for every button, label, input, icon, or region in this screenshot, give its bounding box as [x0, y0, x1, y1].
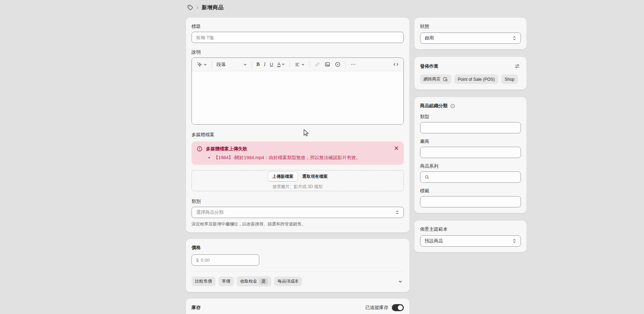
error-list: 【1984】-關於1984.mp4：由於檔案類型無效，所以無法確認影片有效。: [214, 155, 390, 161]
align-icon: [294, 62, 300, 67]
show-html-button[interactable]: [391, 60, 401, 69]
collections-search-wrap: [420, 171, 521, 183]
main-column: 標題 說明 段落: [186, 18, 409, 314]
select-existing-file-button[interactable]: 選取現有檔案: [302, 174, 328, 180]
theme-template-select[interactable]: 預設商品: [420, 235, 521, 247]
vendor-input[interactable]: [425, 150, 516, 155]
products-tag-icon[interactable]: [187, 4, 194, 11]
product-organization-card: 商品組織分類 類型 廠商 商品系列: [414, 97, 527, 213]
more-options-button[interactable]: [348, 60, 358, 69]
description-editor: 段落 B I U A: [192, 58, 404, 125]
text-color-button[interactable]: A: [275, 60, 287, 69]
dismiss-error-button[interactable]: [393, 145, 400, 151]
theme-template-label: 佈景主題範本: [420, 226, 521, 233]
unit-price-chip[interactable]: 單價: [218, 277, 234, 286]
pricing-title: 價格: [192, 244, 404, 251]
category-label: 類別: [192, 198, 404, 205]
toolbar-divider: [309, 61, 310, 68]
publishing-card: 發佈作業 網路商店: [414, 57, 527, 90]
info-icon[interactable]: [450, 103, 455, 109]
status-select[interactable]: 啟用: [420, 32, 521, 44]
collections-search-input[interactable]: [432, 175, 516, 180]
theme-template-card: 佈景主題範本 預設商品: [414, 221, 527, 252]
status-label: 狀態: [420, 23, 521, 30]
media-dropzone[interactable]: 上傳新檔案 選取現有檔案 接受圖片、影片或 3D 模型: [192, 170, 404, 191]
upload-new-file-button[interactable]: 上傳新檔案: [268, 171, 298, 182]
chevron-down-icon: [203, 63, 207, 66]
theme-template-value: 預設商品: [425, 238, 443, 244]
title-input[interactable]: [196, 35, 399, 40]
type-input-wrap: [420, 122, 521, 133]
collections-label: 商品系列: [420, 163, 521, 169]
tracked-label: 已追蹤庫存: [365, 304, 388, 311]
select-updown-icon: [395, 210, 399, 215]
paragraph-style-dropdown[interactable]: 段落: [215, 60, 249, 69]
chevron-down-icon: [301, 63, 305, 66]
pricing-options-row: 比較售價 單價 收取稅金 是 每品項成本: [192, 271, 404, 286]
text-color-icon: A: [277, 62, 280, 67]
tags-label: 標籤: [420, 188, 521, 194]
video-icon: [335, 61, 341, 67]
pricing-card: 價格 $ 比較售價 單價 收取稅金 是 每品項成本: [186, 239, 409, 292]
calendar-clock-icon[interactable]: [443, 77, 448, 82]
toolbar-divider: [290, 61, 290, 68]
media-accept-hint: 接受圖片、影片或 3D 模型: [273, 184, 323, 190]
inventory-tracked-toggle[interactable]: [392, 304, 404, 311]
inventory-tracking: 已追蹤庫存: [365, 304, 404, 311]
breadcrumb-separator: ›: [197, 4, 199, 10]
media-label: 多媒體檔案: [192, 132, 404, 138]
product-details-card: 標題 說明 段落: [186, 18, 409, 233]
category-select[interactable]: 選擇商品分類: [192, 207, 404, 218]
tags-input-wrap: [420, 196, 521, 207]
channel-online-store-chip[interactable]: 網路商店: [420, 74, 451, 84]
tags-input[interactable]: [425, 199, 516, 205]
alignment-button[interactable]: [293, 60, 306, 69]
italic-button[interactable]: I: [262, 60, 267, 69]
publishing-header: 發佈作業: [420, 62, 521, 70]
channel-shop-chip[interactable]: Shop: [501, 74, 518, 84]
insert-video-button[interactable]: [333, 60, 342, 69]
page-title: 新增商品: [202, 4, 224, 11]
charge-tax-label: 收取稅金: [240, 278, 257, 284]
select-updown-icon: [512, 238, 516, 243]
error-title: 多媒體檔案上傳失敗: [206, 146, 390, 152]
toolbar-divider: [345, 61, 346, 68]
cost-per-item-chip[interactable]: 每品項成本: [274, 277, 302, 286]
price-input[interactable]: [201, 258, 255, 263]
close-icon: [394, 146, 399, 151]
vendor-label: 廠商: [420, 138, 521, 145]
underline-button[interactable]: U: [268, 60, 275, 68]
description-label: 說明: [192, 49, 404, 55]
select-updown-icon: [512, 36, 516, 41]
category-helper: 決定稅率並新增中繼欄位，以改善搜尋、篩選和跨管道銷售。: [192, 221, 404, 227]
vendor-field: 廠商: [420, 138, 521, 158]
toolbar-divider: [212, 61, 212, 68]
editor-toolbar: 段落 B I U A: [192, 58, 403, 71]
channel-online-store-label: 網路商店: [424, 76, 441, 82]
ai-assist-button[interactable]: [195, 60, 209, 69]
chevron-down-icon: [243, 63, 247, 66]
manage-publishing-button[interactable]: [514, 62, 521, 70]
breadcrumb: › 新增商品: [187, 4, 224, 11]
insert-image-button[interactable]: [323, 60, 332, 69]
add-product-page: › 新增商品 標題 說明: [0, 0, 644, 314]
settings-sliders-icon: [514, 63, 520, 69]
organization-title: 商品組織分類: [420, 103, 448, 109]
compare-price-chip[interactable]: 比較售價: [192, 277, 215, 286]
channel-pos-chip[interactable]: Point of Sale (POS): [454, 74, 498, 84]
bold-button[interactable]: B: [255, 60, 261, 69]
publishing-title: 發佈作業: [420, 63, 438, 70]
link-button[interactable]: [312, 60, 322, 69]
sales-channels: 網路商店 Point of Sale (POS) Shop: [420, 74, 521, 84]
category-select-value: 選擇商品分類: [196, 209, 224, 216]
alert-circle-icon: [196, 146, 203, 161]
charge-tax-value: 是: [259, 278, 268, 285]
type-input[interactable]: [425, 125, 516, 131]
link-icon: [314, 61, 320, 67]
expand-pricing-button[interactable]: [397, 278, 404, 285]
charge-tax-chip[interactable]: 收取稅金 是: [237, 276, 271, 286]
toggle-knob: [398, 305, 403, 310]
media-upload-error-banner: 多媒體檔案上傳失敗 【1984】-關於1984.mp4：由於檔案類型無效，所以無…: [192, 141, 404, 165]
description-editor-content[interactable]: [192, 71, 403, 124]
sparkle-ai-icon: [196, 61, 202, 67]
